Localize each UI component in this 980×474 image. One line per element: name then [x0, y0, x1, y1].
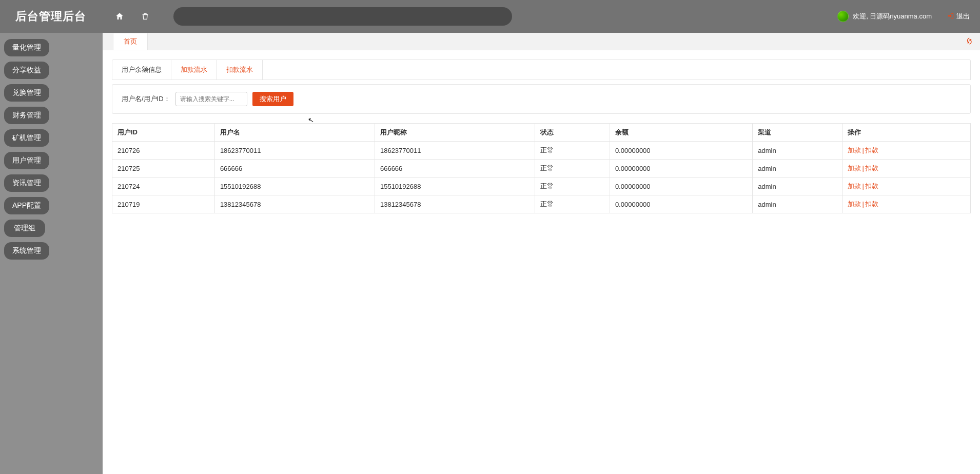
op-separator: | [862, 200, 864, 208]
op-deduct-button[interactable]: 扣款 [865, 182, 878, 190]
tab-balance-info[interactable]: 用户余额信息 [112, 60, 171, 80]
op-separator: | [862, 182, 864, 190]
cell-operation: 加款|扣款 [842, 195, 971, 213]
sidebar-item-quant[interactable]: 量化管理 [4, 39, 49, 56]
search-button[interactable]: 搜索用户 [252, 92, 293, 106]
cell-username: 666666 [214, 160, 375, 177]
cell-nickname: 666666 [375, 160, 535, 177]
search-label: 用户名/用户ID： [122, 94, 170, 104]
tab-home[interactable]: 首页 [113, 33, 148, 50]
cell-user_id: 210719 [112, 195, 215, 213]
topbar: 后台管理后台 欢迎, 日源码riyuanma.com 退出 [0, 0, 980, 33]
inner-tabs: 用户余额信息 加款流水 扣款流水 [112, 60, 971, 80]
user-info[interactable]: 欢迎, 日源码riyuanma.com [837, 11, 932, 22]
global-search[interactable] [173, 7, 512, 26]
table-row: 2107261862377001118623770011正常0.00000000… [112, 142, 971, 160]
op-deduct-button[interactable]: 扣款 [865, 164, 878, 172]
sidebar-item-miner[interactable]: 矿机管理 [4, 129, 49, 147]
main-area: 首页 用户余额信息 加款流水 扣款流水 用户名/用户ID： 搜索用户 [103, 33, 980, 474]
tab-strip: 首页 [103, 33, 980, 50]
cell-channel: admin [753, 177, 842, 195]
search-row: 用户名/用户ID： 搜索用户 [112, 84, 971, 114]
cell-channel: admin [753, 195, 842, 213]
cell-status: 正常 [535, 142, 610, 160]
cell-status: 正常 [535, 195, 610, 213]
cell-channel: admin [753, 160, 842, 177]
user-balance-table: 用户ID 用户名 用户昵称 状态 余额 渠道 操作 21072618623770… [112, 123, 971, 213]
cell-balance: 0.00000000 [610, 177, 752, 195]
cell-channel: admin [753, 142, 842, 160]
refresh-icon[interactable] [965, 37, 974, 49]
op-add-button[interactable]: 加款 [848, 164, 861, 172]
home-icon[interactable] [112, 9, 127, 24]
cell-nickname: 15510192688 [375, 177, 535, 195]
sidebar-item-app[interactable]: APP配置 [4, 197, 49, 214]
op-separator: | [862, 164, 864, 172]
cell-status: 正常 [535, 177, 610, 195]
cell-username: 13812345678 [214, 195, 375, 213]
cell-user_id: 210726 [112, 142, 215, 160]
op-deduct-button[interactable]: 扣款 [865, 146, 878, 154]
cell-user_id: 210724 [112, 177, 215, 195]
table-row: 2107241551019268815510192688正常0.00000000… [112, 177, 971, 195]
cell-balance: 0.00000000 [610, 160, 752, 177]
cell-operation: 加款|扣款 [842, 160, 971, 177]
app-logo: 后台管理后台 [15, 9, 86, 24]
cell-balance: 0.00000000 [610, 142, 752, 160]
table-row: 2107191381234567813812345678正常0.00000000… [112, 195, 971, 213]
tab-add-flow[interactable]: 加款流水 [171, 60, 217, 80]
col-username: 用户名 [214, 124, 375, 142]
sidebar-item-share[interactable]: 分享收益 [4, 62, 49, 79]
cell-operation: 加款|扣款 [842, 142, 971, 160]
trash-icon[interactable] [138, 9, 153, 24]
op-add-button[interactable]: 加款 [848, 200, 861, 208]
col-user-id: 用户ID [112, 124, 215, 142]
sidebar: 量化管理 分享收益 兑换管理 财务管理 矿机管理 用户管理 资讯管理 APP配置… [0, 33, 103, 474]
content: 用户余额信息 加款流水 扣款流水 用户名/用户ID： 搜索用户 用户ID 用户名… [103, 50, 980, 223]
table-header-row: 用户ID 用户名 用户昵称 状态 余额 渠道 操作 [112, 124, 971, 142]
welcome-text: 欢迎, 日源码riyuanma.com [853, 12, 932, 21]
sidebar-item-finance[interactable]: 财务管理 [4, 107, 49, 124]
cell-nickname: 18623770011 [375, 142, 535, 160]
avatar [837, 11, 849, 22]
cell-username: 15510192688 [214, 177, 375, 195]
col-balance: 余额 [610, 124, 752, 142]
sidebar-item-user[interactable]: 用户管理 [4, 152, 49, 169]
cell-balance: 0.00000000 [610, 195, 752, 213]
cell-user_id: 210725 [112, 160, 215, 177]
cell-status: 正常 [535, 160, 610, 177]
logout-button[interactable]: 退出 [947, 12, 970, 21]
col-status: 状态 [535, 124, 610, 142]
op-add-button[interactable]: 加款 [848, 182, 861, 190]
logout-icon [947, 12, 954, 21]
op-add-button[interactable]: 加款 [848, 146, 861, 154]
op-deduct-button[interactable]: 扣款 [865, 200, 878, 208]
search-input[interactable] [175, 92, 247, 106]
table-row: 210725666666666666正常0.00000000admin加款|扣款 [112, 160, 971, 177]
col-operation: 操作 [842, 124, 971, 142]
sidebar-item-admin-group[interactable]: 管理组 [4, 220, 45, 237]
sidebar-item-exchange[interactable]: 兑换管理 [4, 84, 49, 102]
op-separator: | [862, 146, 864, 154]
logout-label: 退出 [956, 12, 970, 21]
sidebar-item-news[interactable]: 资讯管理 [4, 174, 49, 192]
cell-username: 18623770011 [214, 142, 375, 160]
cell-nickname: 13812345678 [375, 195, 535, 213]
tab-deduct-flow[interactable]: 扣款流水 [217, 60, 263, 80]
sidebar-item-system[interactable]: 系统管理 [4, 242, 49, 260]
col-channel: 渠道 [753, 124, 842, 142]
cell-operation: 加款|扣款 [842, 177, 971, 195]
col-nickname: 用户昵称 [375, 124, 535, 142]
